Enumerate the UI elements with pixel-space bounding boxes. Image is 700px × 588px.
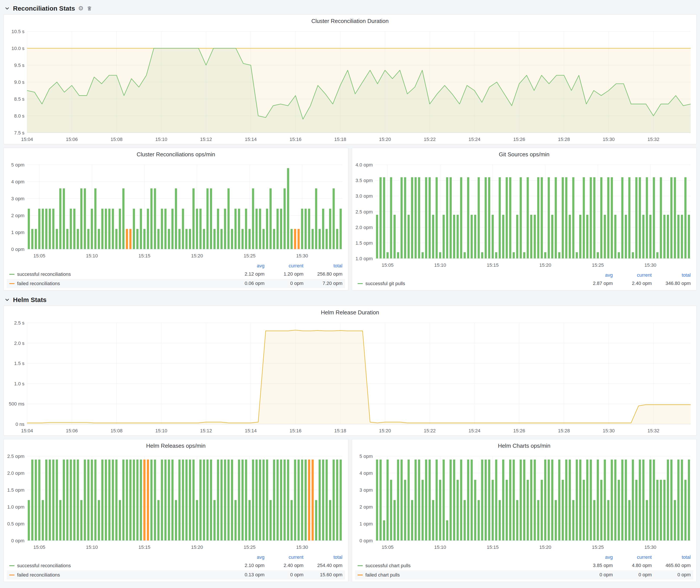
svg-text:15:32: 15:32 xyxy=(647,137,659,142)
svg-text:0 opm: 0 opm xyxy=(11,538,24,543)
legend-col-current[interactable]: current xyxy=(267,261,306,270)
svg-text:15:04: 15:04 xyxy=(21,137,33,142)
svg-text:15:25: 15:25 xyxy=(244,544,255,550)
panel-title[interactable]: Cluster Reconciliation Duration xyxy=(4,15,696,27)
legend-col-total[interactable]: total xyxy=(306,553,345,561)
svg-text:0 ns: 0 ns xyxy=(15,422,24,427)
legend-label[interactable]: successful reconciliations xyxy=(17,563,71,568)
svg-text:1.5 opm: 1.5 opm xyxy=(356,240,373,246)
svg-text:15:15: 15:15 xyxy=(139,544,150,550)
legend-col-total[interactable]: total xyxy=(654,271,693,279)
legend-col-current[interactable]: current xyxy=(267,553,306,561)
panel-title[interactable]: Helm Releases ops/min xyxy=(4,439,348,452)
legend-label[interactable]: successful reconciliations xyxy=(17,271,71,277)
legend-current: 2.40 opm xyxy=(267,561,306,570)
legend-col-avg[interactable]: avg xyxy=(228,553,267,561)
legend-avg: 0.06 opm xyxy=(228,279,267,288)
svg-text:15:30: 15:30 xyxy=(296,544,308,550)
series-color-swatch xyxy=(9,565,15,566)
section-reconciliation-stats[interactable]: Reconciliation Stats ⚙ xyxy=(3,3,697,14)
svg-text:15:30: 15:30 xyxy=(603,137,615,142)
helm-releases-chart[interactable]: 0 opm0.5 opm1.0 opm1.5 opm2.0 opm2.5 opm… xyxy=(4,452,348,552)
svg-text:7.5 s: 7.5 s xyxy=(14,130,24,136)
svg-text:9.0 s: 9.0 s xyxy=(14,79,24,85)
helm-duration-chart[interactable]: 0 ns500 ms1.0 s1.5 s2.0 s2.5 s15:0415:06… xyxy=(4,319,696,435)
legend-row: successful reconciliations 2.12 opm 1.20… xyxy=(7,270,345,279)
legend-col-total[interactable]: total xyxy=(306,261,345,270)
legend-total: 465.60 opm xyxy=(654,561,693,570)
series-color-swatch xyxy=(358,565,363,566)
legend-label[interactable]: failed reconciliations xyxy=(17,572,60,578)
svg-text:1.5 s: 1.5 s xyxy=(14,361,24,366)
svg-text:15:10: 15:10 xyxy=(86,253,98,258)
legend-current: 4.80 opm xyxy=(615,561,654,570)
legend-current: 0 opm xyxy=(267,279,306,288)
section-title[interactable]: Helm Stats xyxy=(13,296,47,304)
legend-col-avg[interactable]: avg xyxy=(576,271,615,279)
svg-text:3.0 opm: 3.0 opm xyxy=(356,193,373,199)
legend-label[interactable]: failed reconciliations xyxy=(17,281,60,286)
svg-text:4.0 opm: 4.0 opm xyxy=(356,162,373,168)
trash-icon[interactable] xyxy=(87,6,92,11)
legend-label[interactable]: successful git pulls xyxy=(365,281,405,286)
section-helm-stats[interactable]: Helm Stats xyxy=(3,294,697,306)
svg-text:0 opm: 0 opm xyxy=(11,247,24,252)
legend-col-avg[interactable]: avg xyxy=(576,553,615,561)
svg-text:2.0 s: 2.0 s xyxy=(14,341,24,346)
legend-total: 346.80 opm xyxy=(654,279,693,288)
panel-title[interactable]: Helm Charts ops/min xyxy=(352,439,696,452)
svg-text:2 opm: 2 opm xyxy=(11,213,24,218)
svg-text:2.5 s: 2.5 s xyxy=(14,320,24,326)
legend-current: 1.20 opm xyxy=(267,270,306,279)
svg-text:10.0 s: 10.0 s xyxy=(11,46,24,51)
svg-text:15:18: 15:18 xyxy=(334,428,346,433)
panel-title[interactable]: Cluster Reconciliations ops/min xyxy=(4,148,348,161)
svg-text:2.5 opm: 2.5 opm xyxy=(7,454,25,459)
svg-text:15:28: 15:28 xyxy=(558,137,570,142)
svg-text:15:04: 15:04 xyxy=(21,428,33,433)
legend-col-total[interactable]: total xyxy=(654,553,693,561)
legend-col-current[interactable]: current xyxy=(615,553,654,561)
legend-current: 2.40 opm xyxy=(615,279,654,288)
svg-text:15:14: 15:14 xyxy=(245,137,257,142)
helm-charts-chart[interactable]: 0 opm1 opm2 opm3 opm4 opm5 opm15:0515:10… xyxy=(352,452,696,552)
legend-col-avg[interactable]: avg xyxy=(228,261,267,270)
series-color-swatch xyxy=(9,575,15,575)
git-sources-chart[interactable]: 1.0 opm1.5 opm2.0 opm2.5 opm3.0 opm3.5 o… xyxy=(352,161,696,270)
svg-text:5 opm: 5 opm xyxy=(360,454,373,459)
svg-text:1.5 opm: 1.5 opm xyxy=(7,487,25,493)
legend-total: 15.60 opm xyxy=(306,570,345,580)
svg-text:3 opm: 3 opm xyxy=(11,196,24,201)
svg-text:15:24: 15:24 xyxy=(468,428,480,433)
legend-col-current[interactable]: current xyxy=(615,271,654,279)
svg-text:15:22: 15:22 xyxy=(424,137,436,142)
legend: avg current total successful reconciliat… xyxy=(7,261,345,288)
svg-text:4 opm: 4 opm xyxy=(360,470,373,476)
svg-text:15:26: 15:26 xyxy=(513,428,525,433)
svg-text:15:15: 15:15 xyxy=(487,262,499,268)
svg-text:15:16: 15:16 xyxy=(290,137,302,142)
svg-text:15:24: 15:24 xyxy=(468,137,480,142)
legend-label[interactable]: successful chart pulls xyxy=(365,563,411,568)
svg-text:15:16: 15:16 xyxy=(290,428,302,433)
legend-avg: 2.10 opm xyxy=(228,561,267,570)
svg-text:15:05: 15:05 xyxy=(33,544,45,550)
legend-row: failed chart pulls 0 opm 0 opm 0 opm xyxy=(355,570,693,580)
legend-label[interactable]: failed chart pulls xyxy=(365,572,400,578)
panel-title[interactable]: Git Sources ops/min xyxy=(352,148,696,161)
svg-text:1 opm: 1 opm xyxy=(11,230,24,235)
panel-helm-releases-ops: Helm Releases ops/min 0 opm0.5 opm1.0 op… xyxy=(3,439,348,582)
svg-text:10.5 s: 10.5 s xyxy=(11,29,24,34)
panel-title[interactable]: Helm Release Duration xyxy=(4,306,696,319)
gear-icon[interactable]: ⚙ xyxy=(78,5,84,11)
svg-text:15:18: 15:18 xyxy=(334,137,346,142)
cluster-duration-chart[interactable]: 7.5 s8.0 s8.5 s9.0 s9.5 s10.0 s10.5 s15:… xyxy=(4,27,696,144)
legend: avg current total successful git pulls 2… xyxy=(355,271,693,288)
legend-row: successful git pulls 2.87 opm 2.40 opm 3… xyxy=(355,279,693,288)
section-title[interactable]: Reconciliation Stats xyxy=(13,5,75,12)
svg-text:8.5 s: 8.5 s xyxy=(14,96,24,102)
legend-total: 256.80 opm xyxy=(306,270,345,279)
cluster-ops-chart[interactable]: 0 opm1 opm2 opm3 opm4 opm5 opm15:0515:10… xyxy=(4,161,348,260)
svg-text:2 opm: 2 opm xyxy=(360,504,373,510)
svg-text:15:25: 15:25 xyxy=(592,544,604,550)
